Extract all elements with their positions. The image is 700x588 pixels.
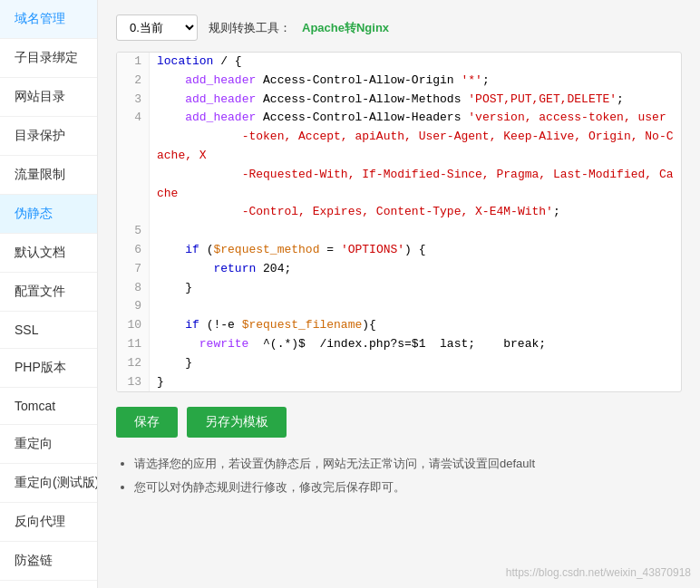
code-line-1: 1 location / {	[117, 53, 681, 72]
code-line-3: 3 add_header Access-Control-Allow-Method…	[117, 91, 681, 110]
sidebar: 域名管理 子目录绑定 网站目录 目录保护 流量限制 伪静态 默认文档 配置文件 …	[0, 0, 98, 588]
code-line-2: 2 add_header Access-Control-Allow-Origin…	[117, 72, 681, 91]
note-item-2: 您可以对伪静态规则进行修改，修改完后保存即可。	[134, 476, 682, 499]
line-number-2: 2	[117, 72, 150, 91]
line-content-11: rewrite ^(.*)$ /index.php?s=$1 last; bre…	[150, 335, 681, 354]
sidebar-item-hotlink[interactable]: 防盗链	[0, 542, 97, 581]
code-line-13: 13 }	[117, 373, 681, 392]
action-buttons: 保存 另存为模板	[116, 407, 682, 438]
line-number-7: 7	[117, 260, 150, 279]
line-number-6: 6	[117, 241, 150, 260]
code-lines: 1 location / { 2 add_header Access-Contr…	[117, 53, 681, 391]
line-number-10: 10	[117, 316, 150, 335]
line-number-9: 9	[117, 297, 150, 316]
toolbar-label: 规则转换工具：	[209, 20, 291, 36]
note-item-1: 请选择您的应用，若设置伪静态后，网站无法正常访问，请尝试设置回default	[134, 452, 682, 476]
sidebar-item-pseudo-static[interactable]: 伪静态	[0, 195, 97, 234]
sidebar-item-ssl[interactable]: SSL	[0, 312, 97, 349]
code-line-5: 5	[117, 222, 681, 241]
code-line-6: 6 if ($request_method = 'OPTIONS') {	[117, 241, 681, 260]
line-number-3: 3	[117, 91, 150, 110]
rule-converter-link[interactable]: Apache转Nginx	[302, 20, 389, 36]
line-content-2: add_header Access-Control-Allow-Origin '…	[150, 72, 681, 91]
sidebar-item-php[interactable]: PHP版本	[0, 349, 97, 388]
watermark: https://blog.csdn.net/weixin_43870918	[506, 566, 691, 579]
sidebar-item-webdir[interactable]: 网站目录	[0, 78, 97, 117]
notes-list: 请选择您的应用，若设置伪静态后，网站无法正常访问，请尝试设置回default 您…	[116, 452, 682, 499]
line-number-1: 1	[117, 53, 150, 72]
line-number-12: 12	[117, 354, 150, 373]
code-line-4: 4 add_header Access-Control-Allow-Header…	[117, 109, 681, 222]
sidebar-item-domain[interactable]: 域名管理	[0, 0, 97, 39]
save-button[interactable]: 保存	[116, 407, 178, 438]
line-content-1: location / {	[150, 53, 681, 72]
toolbar: 0.当前 规则转换工具： Apache转Nginx	[116, 14, 682, 41]
sidebar-item-default-doc[interactable]: 默认文档	[0, 234, 97, 273]
sidebar-item-dirprotect[interactable]: 目录保护	[0, 117, 97, 156]
line-content-6: if ($request_method = 'OPTIONS') {	[150, 241, 681, 260]
line-content-7: return 204;	[150, 260, 681, 279]
save-template-button[interactable]: 另存为模板	[187, 407, 287, 438]
line-content-10: if (!-e $request_filename){	[150, 316, 681, 335]
code-line-10: 10 if (!-e $request_filename){	[117, 316, 681, 335]
sidebar-item-tomcat[interactable]: Tomcat	[0, 388, 97, 425]
line-number-11: 11	[117, 335, 150, 354]
line-content-4: add_header Access-Control-Allow-Headers …	[150, 109, 681, 222]
line-content-3: add_header Access-Control-Allow-Methods …	[150, 91, 681, 110]
line-content-5	[150, 222, 681, 241]
main-content: 0.当前 规则转换工具： Apache转Nginx 1 location / {…	[98, 0, 700, 588]
code-line-8: 8 }	[117, 279, 681, 298]
sidebar-item-reverse-proxy[interactable]: 反向代理	[0, 503, 97, 542]
sidebar-item-response-log[interactable]: 响应日志	[0, 581, 97, 588]
line-content-9	[150, 297, 681, 316]
code-editor[interactable]: 1 location / { 2 add_header Access-Contr…	[116, 52, 682, 392]
line-content-13: }	[150, 373, 681, 392]
line-number-4: 4	[117, 109, 150, 222]
sidebar-item-config[interactable]: 配置文件	[0, 273, 97, 312]
code-line-7: 7 return 204;	[117, 260, 681, 279]
code-line-12: 12 }	[117, 354, 681, 373]
code-line-9: 9	[117, 297, 681, 316]
sidebar-item-redirect-test[interactable]: 重定向(测试版)	[0, 464, 97, 503]
sidebar-item-subdir[interactable]: 子目录绑定	[0, 39, 97, 78]
line-number-13: 13	[117, 373, 150, 392]
line-content-8: }	[150, 279, 681, 298]
line-number-5: 5	[117, 222, 150, 241]
version-select[interactable]: 0.当前	[116, 14, 198, 41]
line-content-12: }	[150, 354, 681, 373]
sidebar-item-redirect[interactable]: 重定向	[0, 425, 97, 464]
line-number-8: 8	[117, 279, 150, 298]
sidebar-item-traffic[interactable]: 流量限制	[0, 156, 97, 195]
code-line-11: 11 rewrite ^(.*)$ /index.php?s=$1 last; …	[117, 335, 681, 354]
